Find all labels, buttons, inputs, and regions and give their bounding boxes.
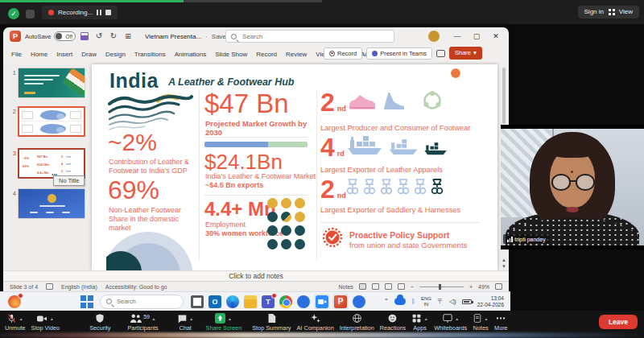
save-icon[interactable] [80,32,89,40]
ppt-search-box[interactable] [225,30,394,43]
scrollbar-thumb[interactable] [502,68,506,124]
pause-recording-icon[interactable] [97,10,101,15]
leave-button[interactable]: Leave [599,315,638,329]
onedrive-app-icon[interactable] [297,295,310,308]
chevron-up-icon[interactable]: ▲ [455,316,460,320]
comments-icon[interactable] [436,50,445,57]
toolbar-ai-companion[interactable]: AI Companion [296,313,333,332]
toolbar-apps[interactable]: ▲ Apps [411,313,428,332]
chevron-up-icon[interactable]: ▲ [151,316,156,320]
teams-icon[interactable]: T [262,295,275,308]
zoom-app-highlight[interactable] [314,294,330,310]
share-button[interactable]: Share▾ [449,47,482,60]
ppt-app-highlight[interactable]: P [332,294,349,310]
tab-transitions[interactable]: Transitions [134,51,166,58]
slide-thumbnail-2[interactable] [18,106,85,137]
zoom-in-icon[interactable]: + [469,284,473,290]
autosave-toggle[interactable]: Off [54,31,76,41]
normal-view-icon[interactable] [359,283,366,290]
toolbar-notes[interactable]: ▲ Notes [473,313,489,332]
chevron-up-icon[interactable]: ▲ [189,316,194,320]
close-button[interactable]: ✕ [489,30,502,43]
toolbar-interpretation[interactable]: Interpretation [340,313,374,332]
tab-home[interactable]: Home [31,51,47,58]
user-avatar[interactable] [428,31,440,42]
next-slide-icon[interactable]: ▼ [501,264,507,269]
slideshow-icon[interactable] [398,283,405,290]
stop-recording-icon[interactable] [105,10,111,15]
toolbar-stop-video[interactable]: ▲ Stop Video [31,313,60,332]
restore-button[interactable]: ▢ [470,30,483,43]
tab-review[interactable]: Review [286,51,307,58]
tab-animations[interactable]: Animations [175,51,207,58]
meeting-top-bar: ✓ Recording... Sign in View [0,0,644,24]
battery-icon[interactable] [462,299,472,304]
taskbar-search[interactable] [100,295,184,309]
zoom-app-icon[interactable] [316,295,328,308]
chevron-up-icon[interactable]: ▲ [423,316,428,320]
slide-thumbnail-3[interactable]: ~2%69% $47 Bn$24.1Bn4.4+ Mn 242 ▰▰▰▰▰▰ ●… [18,148,85,179]
toolbar-security[interactable]: Security [89,313,110,332]
undo-icon[interactable]: ↺ [93,31,105,42]
toolbar-whiteboards[interactable]: ▲ Whiteboards [434,313,467,332]
slide-canvas[interactable]: India A Leather & Footwear Hub ~2% Contr… [92,64,497,270]
chevron-up-icon[interactable]: ▲ [19,316,23,320]
volume-icon[interactable]: ◁) [449,298,456,305]
accessibility-status[interactable]: Accessibility: Good to go [105,284,167,290]
slide-thumbnail-1[interactable] [18,68,85,98]
outlook-icon[interactable]: O [208,295,221,308]
zoom-out-icon[interactable]: − [411,284,414,290]
participant-name: tripti pandey [515,237,546,242]
slide-sorter-icon[interactable] [372,283,379,290]
present-in-teams-button[interactable]: Present in Teams [366,47,432,60]
task-view-icon[interactable] [191,295,204,308]
file-explorer-icon[interactable] [244,295,257,308]
tray-chevron-icon[interactable]: ⌃ [383,298,389,305]
language-switcher[interactable]: ENGIN [421,296,431,307]
toolbar-unmute[interactable]: ▲ Unmute [5,313,26,332]
tab-record[interactable]: Record [256,51,277,58]
copilot-icon[interactable] [353,295,365,308]
chevron-up-icon[interactable]: ▲ [484,316,489,320]
toolbar-participants[interactable]: 59 ▲ Participants [128,313,159,332]
prev-slide-icon[interactable]: ▲ [501,258,507,262]
powerpoint-taskbar-icon[interactable]: P [334,295,347,308]
tab-design[interactable]: Design [105,51,126,58]
notes-area[interactable]: Click to add notes [3,270,509,281]
toolbar-share-screen[interactable]: ▲ Share Screen [206,313,242,332]
toolbar-reactions[interactable]: Reactions [380,313,406,332]
view-button[interactable]: View [605,6,639,19]
chrome-icon[interactable] [279,295,292,308]
toolbar-stop-summary[interactable]: Stop Summary [252,313,291,332]
taskbar-search-input[interactable] [115,297,177,306]
windows-start-icon[interactable] [80,295,93,308]
display-settings-icon[interactable] [46,283,53,290]
chevron-up-icon[interactable]: ▲ [227,316,232,320]
tab-file[interactable]: File [11,51,22,58]
language-indicator[interactable]: English (India) [61,284,97,290]
toolbar-chat[interactable]: ▲ Chat [177,313,194,332]
chevron-up-icon[interactable]: ▲ [49,316,54,320]
notes-toggle[interactable]: Notes [339,284,353,290]
present-icon[interactable]: ⊞ [122,31,134,42]
onedrive-cloud-icon[interactable] [394,298,406,305]
tab-draw[interactable]: Draw [81,51,97,58]
participant-video-tile[interactable]: tripti pandey [501,125,644,249]
edge-icon[interactable] [226,295,239,308]
fit-slide-icon[interactable] [495,283,502,290]
wifi-icon[interactable]: 〒 [437,297,444,306]
zoom-slider[interactable] [419,286,464,287]
search-input[interactable] [241,32,389,41]
firefox-icon[interactable] [8,295,21,308]
clock[interactable]: 13:0422-04-2026 [477,295,504,307]
reading-view-icon[interactable] [385,283,392,290]
tab-insert[interactable]: Insert [56,51,72,58]
slide-thumbnail-4[interactable] [18,188,85,219]
tab-slideshow[interactable]: Slide Show [215,51,247,58]
bluetooth-icon[interactable]: ᛒ [411,298,415,305]
minimize-button[interactable]: — [451,30,464,43]
zoom-level[interactable]: 49% [478,284,489,290]
record-button[interactable]: Record [324,47,362,60]
redo-icon[interactable]: ↻ [108,31,119,42]
toolbar-more[interactable]: More [494,313,508,332]
